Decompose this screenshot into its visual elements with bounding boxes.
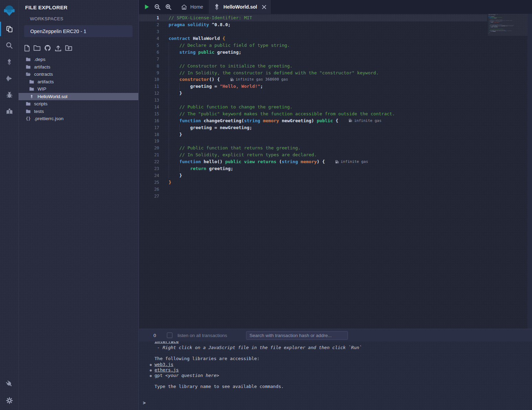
terminal-link[interactable]: web3.js [155,362,173,367]
code-line[interactable]: 9 // In Solidity, the constructor is def… [139,69,487,76]
line-number[interactable]: 6 [139,50,159,55]
code-line[interactable]: 3 [139,28,487,35]
line-number[interactable]: 4 [139,36,159,41]
minimap[interactable]: 1// SPDX-License-Identifier: MIT2pragma … [488,14,528,227]
tab-home[interactable]: Home [176,0,208,14]
line-number[interactable]: 1 [139,15,159,20]
line-number[interactable]: 21 [139,152,159,157]
activity-search[interactable] [0,37,19,54]
code-line[interactable]: 5 // Declare a public field of type stri… [139,42,487,49]
code-line[interactable]: 13 [139,97,487,104]
activity-home[interactable] [0,0,19,21]
tree-item--prettierrc-json[interactable]: {}.prettierrc.json [19,115,138,123]
code-token: "Hello, World!" [220,84,260,89]
tree-item-scripts[interactable]: scripts [19,100,138,108]
run-script-button[interactable] [144,4,150,10]
code-line[interactable]: 20 // Public function that returns the g… [139,145,487,151]
code-line[interactable]: 26 [139,186,487,192]
line-number[interactable]: 27 [139,193,159,199]
code-line[interactable]: 22 function hello() public view returns … [139,158,487,165]
code-line[interactable]: 15 // The "public" keyword makes the fun… [139,110,487,117]
clone-git-repository-icon[interactable] [44,44,52,52]
code-line[interactable]: 12 } [139,90,487,97]
upload-files-icon[interactable] [54,44,62,52]
tree-item-helloworld-sol[interactable]: HelloWorld.sol [19,93,138,101]
code-line[interactable]: 11 greeting = "Hello, World!"; [139,83,487,90]
activity-settings[interactable] [0,392,19,409]
workspace-select[interactable]: OpenZeppelin ERC20 - 1 [24,25,132,37]
line-number[interactable]: 17 [139,125,159,130]
tab-helloworld-sol[interactable]: HelloWorld.sol [208,0,272,14]
terminal-prompt[interactable]: > [143,400,146,406]
terminal-search-input[interactable] [246,331,348,340]
code-line[interactable]: 8 // Constructor to initialize the greet… [139,62,487,69]
line-number[interactable]: 23 [139,166,159,171]
terminal-output[interactable]: interface - Right click on a JavaScript … [139,341,532,410]
listen-transactions-checkbox[interactable] [167,333,172,338]
activity-solidity-compiler[interactable] [0,54,19,70]
line-number[interactable]: 20 [139,145,159,150]
tree-item-artifacts[interactable]: artifacts [19,78,138,86]
line-number[interactable]: 9 [139,70,159,75]
code-line[interactable]: 17 greeting = newGreeting; [139,124,487,131]
activity-debugger[interactable] [0,87,19,103]
line-number[interactable]: 14 [139,104,159,109]
line-number[interactable]: 18 [139,132,159,137]
line-number[interactable]: 24 [139,173,159,178]
line-number[interactable]: 15 [139,111,159,116]
code-editor[interactable]: 1// SPDX-License-Identifier: MIT2pragma … [139,14,532,329]
line-number[interactable]: 13 [139,97,159,103]
code-line[interactable]: 27 [139,192,487,199]
tree-item-artifacts[interactable]: artifacts [19,63,138,71]
close-icon[interactable] [262,5,266,9]
code-line[interactable]: 21 // In Solidity, explicit return types… [139,151,487,158]
line-number[interactable]: 7 [139,56,159,62]
tree-item-tests[interactable]: tests [19,108,138,115]
line-number[interactable]: 11 [139,84,159,89]
line-number[interactable]: 19 [139,138,159,144]
file-label: WIP [38,86,46,92]
line-number[interactable]: 2 [139,22,159,27]
indent-guide [169,151,169,158]
code-line[interactable]: 24 } [139,172,487,179]
terminal-search-group [241,331,348,340]
activity-file-explorer[interactable] [0,21,19,37]
line-number[interactable]: 10 [139,77,159,82]
code-line[interactable]: 4contract HelloWorld { [139,35,487,42]
zoom-in-button[interactable] [165,4,172,10]
code-line[interactable]: 6 string public greeting; [139,49,487,55]
create-new-file-icon[interactable] [24,44,30,52]
code-line[interactable]: 25} [139,179,487,186]
create-new-folder-icon[interactable] [33,44,41,52]
tree-item-wip[interactable]: WIP [19,85,138,93]
terminal-link[interactable]: ethers.js [155,367,179,372]
code-token: returns [257,159,276,164]
upload-folder-icon[interactable] [65,44,73,52]
code-line[interactable]: 23 return greeting; [139,165,487,172]
code-line[interactable]: 7 [139,55,487,62]
code-line[interactable]: 14 // Public function to change the gree… [139,104,487,111]
code-line[interactable]: 16 function changeGreeting(string memory… [139,117,487,124]
tree-item--deps[interactable]: .deps [19,56,138,63]
line-number[interactable]: 3 [139,29,159,34]
code-line[interactable]: 1// SPDX-License-Identifier: MIT [139,14,487,21]
line-number[interactable]: 16 [139,118,159,123]
editor-scrollbar[interactable] [528,14,532,329]
code-line[interactable]: 19 [139,138,487,145]
line-number[interactable]: 8 [139,63,159,69]
line-number[interactable]: 25 [139,180,159,185]
line-number[interactable]: 26 [139,187,159,192]
line-number[interactable]: 22 [139,159,159,164]
code-line[interactable]: 2pragma solidity ^0.8.0; [139,21,487,28]
activity-deploy-run[interactable] [0,70,19,87]
line-number[interactable]: 12 [139,91,159,96]
line-number[interactable]: 5 [139,43,159,48]
activity-plugin-manager[interactable] [0,376,19,392]
zoom-out-button[interactable] [154,4,161,10]
activity-bar-bottom [0,376,19,409]
activity-learn[interactable] [0,103,19,120]
code-line[interactable]: 18 } [139,131,487,138]
tree-item-contracts[interactable]: contracts [19,71,138,78]
code-token: } [169,180,171,185]
code-line[interactable]: 10 constructor() {infinite gas 368600 ga… [139,76,487,83]
